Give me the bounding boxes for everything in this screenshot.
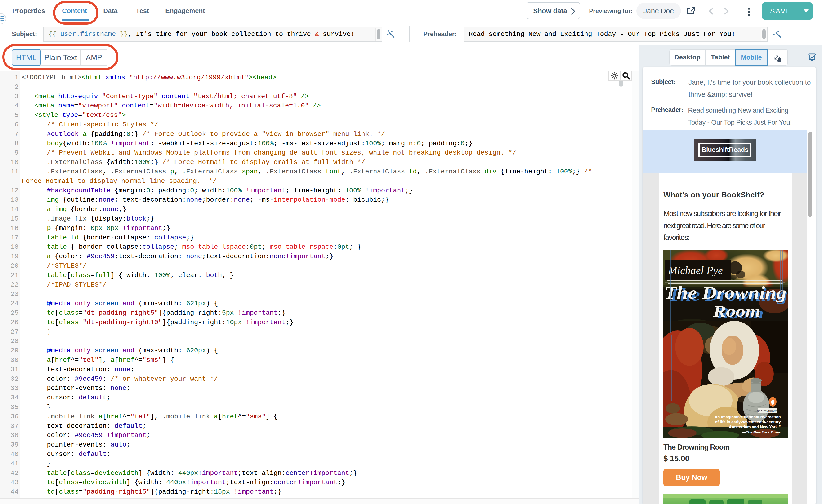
svg-text:of life in early-seventeenth-c: of life in early-seventeenth-century xyxy=(715,420,781,424)
svg-text:Room: Room xyxy=(713,302,760,320)
svg-text:Michael Pye: Michael Pye xyxy=(668,264,723,276)
svg-text:—The New York Times: —The New York Times xyxy=(742,430,781,434)
svg-text:The Drowning: The Drowning xyxy=(664,283,787,302)
svg-text:GRANTA BOOKS: GRANTA BOOKS xyxy=(757,410,777,412)
svg-text:An imaginative fictional re-cr: An imaginative fictional re-creation xyxy=(715,415,781,419)
svg-text:Amsterdam and New York.”: Amsterdam and New York.” xyxy=(729,425,781,429)
